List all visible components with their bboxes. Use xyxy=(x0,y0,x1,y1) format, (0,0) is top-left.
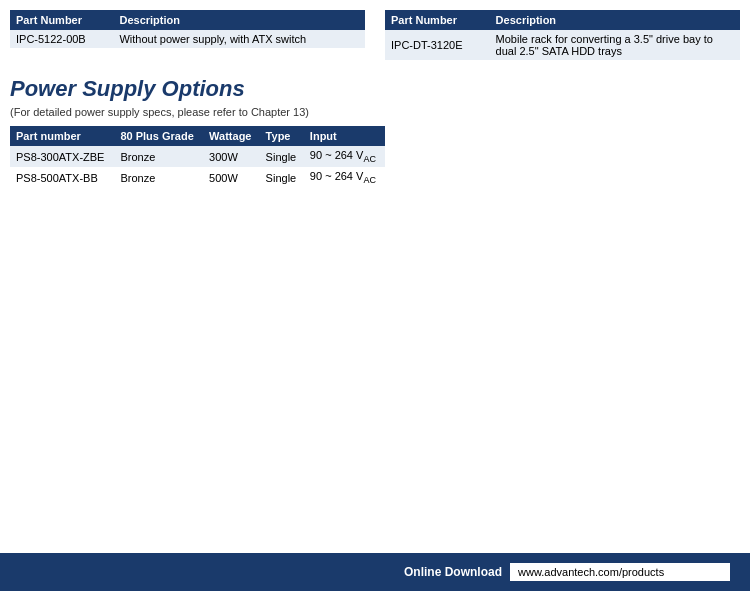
content-area: Part Number Description IPC-5122-00B Wit… xyxy=(0,0,750,248)
section-title: Power Supply Options xyxy=(10,76,740,102)
ps-row1-input-sub: AC xyxy=(363,154,376,164)
ps-col-part: Part number xyxy=(10,126,114,146)
ps-row2-part: PS8-500ATX-BB xyxy=(10,167,114,188)
top-tables: Part Number Description IPC-5122-00B Wit… xyxy=(10,10,740,60)
footer-url-input[interactable] xyxy=(510,563,730,581)
right-col-part-number: Part Number xyxy=(385,10,490,30)
ps-row2-grade: Bronze xyxy=(114,167,203,188)
table-row: IPC-5122-00B Without power supply, with … xyxy=(10,30,365,48)
ps-row2-type: Single xyxy=(260,167,304,188)
footer-label: Online Download xyxy=(404,565,502,579)
table-row: IPC-DT-3120E Mobile rack for converting … xyxy=(385,30,740,60)
table-row: PS8-500ATX-BB Bronze 500W Single 90 ~ 26… xyxy=(10,167,385,188)
ps-row2-input: 90 ~ 264 VAC xyxy=(304,167,385,188)
right-row1-part: IPC-DT-3120E xyxy=(385,30,490,60)
right-table: Part Number Description IPC-DT-3120E Mob… xyxy=(385,10,740,60)
ps-row1-type: Single xyxy=(260,146,304,167)
footer-bar: Online Download xyxy=(0,553,750,591)
right-row1-desc: Mobile rack for converting a 3.5" drive … xyxy=(490,30,740,60)
left-table-wrapper: Part Number Description IPC-5122-00B Wit… xyxy=(10,10,365,60)
ps-row1-part: PS8-300ATX-ZBE xyxy=(10,146,114,167)
ps-row2-input-sub: AC xyxy=(363,175,376,185)
ps-col-grade: 80 Plus Grade xyxy=(114,126,203,146)
left-row1-part: IPC-5122-00B xyxy=(10,30,113,48)
left-row1-desc: Without power supply, with ATX switch xyxy=(113,30,365,48)
ps-row1-grade: Bronze xyxy=(114,146,203,167)
section-subtitle: (For detailed power supply specs, please… xyxy=(10,106,740,118)
right-col-description: Description xyxy=(490,10,740,30)
ps-col-input: Input xyxy=(304,126,385,146)
ps-row2-wattage: 500W xyxy=(203,167,260,188)
ps-col-type: Type xyxy=(260,126,304,146)
power-supply-section: Power Supply Options (For detailed power… xyxy=(10,76,740,188)
left-col-description: Description xyxy=(113,10,365,30)
ps-row1-wattage: 300W xyxy=(203,146,260,167)
left-table: Part Number Description IPC-5122-00B Wit… xyxy=(10,10,365,48)
table-row: PS8-300ATX-ZBE Bronze 300W Single 90 ~ 2… xyxy=(10,146,385,167)
ps-row1-input: 90 ~ 264 VAC xyxy=(304,146,385,167)
ps-col-wattage: Wattage xyxy=(203,126,260,146)
right-table-wrapper: Part Number Description IPC-DT-3120E Mob… xyxy=(385,10,740,60)
power-supply-table: Part number 80 Plus Grade Wattage Type I… xyxy=(10,126,385,188)
left-col-part-number: Part Number xyxy=(10,10,113,30)
